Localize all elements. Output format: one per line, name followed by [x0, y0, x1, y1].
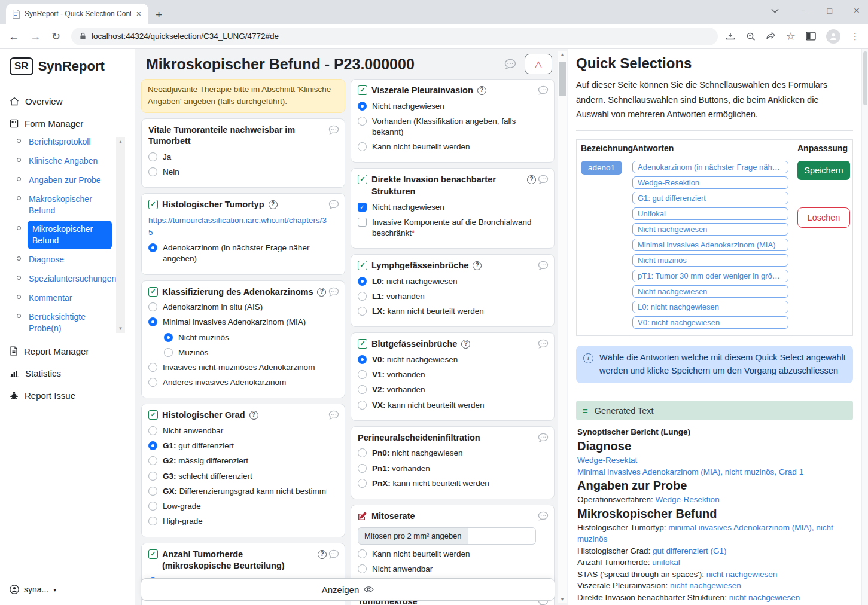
side-panel-icon[interactable]: [806, 32, 816, 41]
radio-control[interactable]: [148, 456, 157, 465]
radio-option[interactable]: LX: kann nicht beurteilt werden: [358, 306, 536, 317]
scroll-up-icon[interactable]: ▲: [118, 139, 123, 145]
help-icon[interactable]: ?: [249, 411, 258, 420]
radio-control[interactable]: [148, 152, 157, 161]
install-icon[interactable]: [725, 32, 736, 41]
sidebar-item[interactable]: Makroskopischer Befund: [17, 194, 112, 216]
radio-option[interactable]: Nein: [148, 167, 327, 178]
radio-control[interactable]: [148, 517, 157, 525]
help-icon[interactable]: ?: [317, 288, 326, 297]
window-chevron-icon[interactable]: [771, 8, 779, 13]
answer-chip[interactable]: Nicht nachgewiesen: [632, 223, 788, 236]
radio-control[interactable]: [358, 549, 367, 558]
radio-option[interactable]: Nicht nachgewiesen: [358, 101, 536, 112]
help-icon[interactable]: ?: [269, 200, 278, 209]
answer-chip[interactable]: Minimal invasives Adenokarzinom (MIA): [632, 239, 788, 251]
radio-option[interactable]: Kann nicht beurteilt werden: [358, 549, 536, 560]
value-input[interactable]: [468, 527, 536, 545]
zoom-out-icon[interactable]: [746, 32, 756, 41]
radio-control[interactable]: [358, 464, 367, 473]
scroll-down-icon[interactable]: ▼: [118, 326, 123, 331]
address-bar[interactable]: localhost:44324/quickselection/C34_LUNG/…: [71, 28, 718, 45]
answer-chip[interactable]: Wedge-Resektion: [632, 176, 788, 189]
radio-option[interactable]: V1: vorhanden: [358, 369, 536, 380]
form-scrollbar[interactable]: ▲ ▼: [558, 51, 567, 603]
user-menu[interactable]: syna... ▾: [10, 585, 56, 594]
radio-control[interactable]: [148, 363, 157, 372]
sidebar-item-report-issue[interactable]: Report Issue: [10, 390, 126, 401]
radio-option[interactable]: High-grade: [148, 516, 327, 527]
anzeigen-button[interactable]: Anzeigen: [141, 578, 555, 601]
radio-option[interactable]: Nicht anwendbar: [148, 426, 327, 436]
bookmark-star-icon[interactable]: ☆: [786, 30, 796, 43]
radio-option[interactable]: G3: schlecht differenziert: [148, 471, 327, 482]
radio-control[interactable]: [148, 317, 157, 326]
radio-control[interactable]: [148, 302, 157, 311]
radio-option[interactable]: Pn1: vorhanden: [358, 463, 536, 474]
answered-checkbox-icon[interactable]: ✓: [358, 175, 367, 184]
profile-avatar[interactable]: [826, 29, 840, 44]
answered-checkbox-icon[interactable]: ✓: [358, 339, 367, 349]
sidebar-item[interactable]: Diagnose: [17, 254, 112, 265]
radio-control[interactable]: [358, 479, 367, 488]
radio-control[interactable]: [164, 348, 173, 357]
answer-chip[interactable]: V0: nicht nachgewiesen: [632, 316, 788, 329]
warnings-toggle-button[interactable]: △: [525, 54, 552, 74]
radio-control[interactable]: [148, 441, 157, 450]
radio-option[interactable]: Adenokarzinom in situ (AIS): [148, 302, 327, 313]
answered-checkbox-icon[interactable]: ✓: [148, 410, 158, 420]
radio-control[interactable]: [358, 370, 367, 379]
scroll-down-icon[interactable]: ▼: [560, 597, 565, 602]
comment-bubble-icon[interactable]: [538, 175, 549, 184]
radio-option[interactable]: G1: gut differenziert: [148, 441, 327, 451]
radio-control[interactable]: [148, 487, 157, 496]
window-maximize-button[interactable]: □: [827, 6, 832, 16]
radio-control[interactable]: [148, 167, 157, 176]
share-icon[interactable]: [766, 32, 776, 41]
lock-icon[interactable]: [80, 32, 86, 40]
delete-button[interactable]: Löschen: [797, 207, 850, 228]
radio-control[interactable]: [148, 472, 157, 481]
scroll-up-icon[interactable]: ▲: [560, 52, 565, 57]
radio-option[interactable]: Muzinös: [164, 347, 327, 358]
tab-close-icon[interactable]: ×: [135, 10, 142, 18]
answer-chip[interactable]: L0: nicht nachgewiesen: [632, 301, 788, 313]
comment-bubble-icon[interactable]: [538, 511, 549, 521]
window-minimize-button[interactable]: −: [800, 6, 805, 16]
comment-bubble-icon[interactable]: [328, 125, 339, 135]
comment-bubble-icon[interactable]: [538, 85, 549, 95]
help-icon[interactable]: ?: [461, 340, 470, 349]
radio-option[interactable]: L0: nicht nachgewiesen: [358, 276, 536, 287]
sidebar-item[interactable]: Mikroskopischer Befund: [17, 224, 112, 246]
comment-bubble-icon[interactable]: [538, 339, 549, 349]
radio-option[interactable]: Nicht muzinös: [164, 332, 327, 343]
comment-bubble-icon[interactable]: [328, 410, 339, 420]
page-scrollbar[interactable]: [861, 49, 868, 605]
answered-checkbox-icon[interactable]: ✓: [148, 200, 158, 209]
sidebar-item[interactable]: Spezialuntersuchungen: [17, 273, 112, 285]
radio-option[interactable]: V2: vorhanden: [358, 384, 536, 395]
browser-tab[interactable]: SynReport - Quick Selection Conf ×: [6, 4, 148, 24]
sidebar-item[interactable]: Klinische Angaben: [17, 155, 112, 167]
radio-option[interactable]: Kann nicht beurteilt werden: [358, 142, 536, 152]
window-close-button[interactable]: ×: [854, 5, 860, 17]
generated-text-header[interactable]: ≡ Generated Text: [576, 401, 853, 420]
radio-control[interactable]: [164, 333, 173, 342]
comment-bubble-icon[interactable]: [328, 200, 339, 209]
answer-chip[interactable]: Unifokal: [632, 207, 788, 220]
radio-option[interactable]: PnX: kann nicht beurteilt werden: [358, 478, 536, 489]
radio-control[interactable]: [358, 277, 367, 286]
checkbox-option[interactable]: Invasive Komponente auf die Bronchialwan…: [358, 217, 536, 239]
answer-chip[interactable]: Adenokarzinom (in nächster Frage näher a…: [632, 161, 788, 173]
sidebar-item-form-manager[interactable]: Form Manager: [10, 118, 126, 129]
radio-option[interactable]: Nicht anwendbar: [358, 564, 536, 575]
radio-control[interactable]: [358, 401, 367, 410]
checkbox-control[interactable]: ✓: [358, 203, 367, 212]
answered-checkbox-icon[interactable]: ✓: [358, 85, 367, 95]
radio-option[interactable]: Adenokarzinom (in nächster Frage näher a…: [148, 243, 327, 264]
forward-button[interactable]: →: [30, 31, 41, 42]
radio-option[interactable]: Ja: [148, 152, 327, 163]
radio-option[interactable]: Pn0: nicht nachgewiesen: [358, 448, 536, 459]
comment-bubble-icon[interactable]: [538, 261, 549, 270]
sidebar-item-statistics[interactable]: Statistics: [10, 368, 126, 378]
